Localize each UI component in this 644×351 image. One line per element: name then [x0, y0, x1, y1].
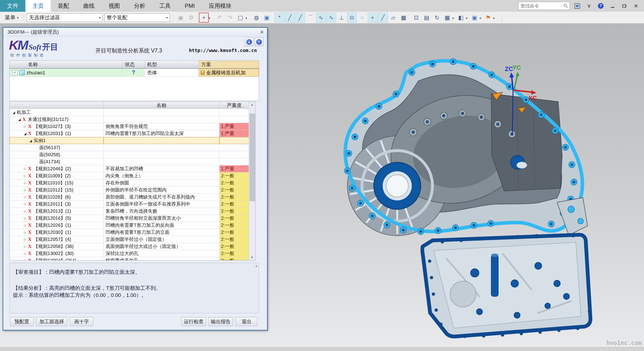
restore-button[interactable]: [620, 2, 628, 10]
rule-row[interactable]: ▷X【规则12046】(2)不容易加工的凹槽1:严重: [10, 165, 249, 172]
rule-row[interactable]: ◢机加工: [10, 109, 249, 116]
dropdown-arrow-icon[interactable]: ▾: [208, 16, 210, 20]
dropdown-arrow-icon[interactable]: ▾: [466, 16, 468, 20]
expand-icon[interactable]: ▷: [22, 125, 28, 128]
expand-icon[interactable]: ▷: [22, 252, 28, 255]
grid-tool-icon[interactable]: ▦: [398, 13, 408, 23]
arc-tool-icon[interactable]: ⌒: [306, 13, 316, 23]
studio-spline-icon[interactable]: ∿: [316, 13, 326, 23]
tab-分析[interactable]: 分析: [127, 0, 152, 12]
line-tool-icon[interactable]: ╱: [285, 13, 295, 23]
fit-curve-icon[interactable]: ∿: [326, 13, 336, 23]
expand-icon[interactable]: ▷: [22, 167, 28, 171]
expand-icon[interactable]: ▷: [22, 195, 28, 199]
tab-工具[interactable]: 工具: [152, 0, 178, 12]
redo-orient-icon[interactable]: ↷: [225, 13, 235, 23]
undo-orient-icon[interactable]: ↶: [215, 13, 225, 23]
scroll-down-icon[interactable]: ▼: [249, 254, 255, 260]
axis-tool-icon[interactable]: ⊥: [336, 13, 346, 23]
expand-icon[interactable]: ▷: [22, 223, 28, 227]
search-input[interactable]: [520, 3, 564, 9]
expand-icon[interactable]: ▷: [22, 174, 28, 178]
rule-row[interactable]: ▷X【规则11027】(3)倒角角度不符合规范1:严重: [10, 123, 249, 130]
rule-row[interactable]: ▷X【规则12057】(4)立面倒圆半径过小（固定值）2:一般: [10, 236, 249, 243]
cross-point-icon[interactable]: +: [368, 13, 378, 23]
expand-icon[interactable]: ▷: [22, 245, 28, 248]
expand-icon[interactable]: ▷: [22, 216, 28, 220]
part-row[interactable]: ✓ zhuzao1 ? 壳体 金属模铸造后机加: [10, 69, 259, 77]
rule-row[interactable]: ▷X【规则12026】(1)凹槽内有需要T形刀加工的反向面2:一般: [10, 222, 249, 229]
tab-曲线[interactable]: 曲线: [76, 0, 102, 12]
point-tool-icon[interactable]: *: [274, 13, 284, 23]
dialog-help-icon[interactable]: ?: [255, 38, 263, 46]
expand-icon[interactable]: ▷: [22, 188, 28, 192]
rule-row[interactable]: ▷X【规则13002】(30)深径比过大的孔2:一般: [10, 250, 249, 257]
select-rectangle-icon[interactable]: ▢▾: [236, 13, 246, 23]
selection-scope-dropdown[interactable]: 整个装配▾: [104, 14, 170, 22]
part-plan[interactable]: 金属模铸造后机加: [199, 69, 259, 77]
dropdown-arrow-icon[interactable]: ▾: [452, 16, 454, 20]
dropdown-arrow-icon[interactable]: ▾: [246, 16, 247, 20]
surface-tool-icon[interactable]: ▱: [388, 13, 398, 23]
tab-应用模块[interactable]: 应用模块: [202, 0, 238, 12]
inclined-line-icon[interactable]: ╱: [295, 13, 305, 23]
tab-装配[interactable]: 装配: [51, 0, 76, 12]
dropdown-arrow-icon[interactable]: ▾: [480, 16, 481, 20]
collapse-icon[interactable]: ▲: [245, 38, 253, 46]
expand-icon[interactable]: ▷: [22, 238, 28, 241]
collapse-icon[interactable]: ◢: [17, 118, 22, 121]
rule-row[interactable]: ▷X【规则12011】(3)立面各倒圆半径不一致或不在推荐系列中2:一般: [10, 201, 249, 208]
multi-view-icon[interactable]: ▦▾: [442, 13, 452, 23]
rule-row[interactable]: ▷X【规则11010】(15)存在外倒圆2:一般: [10, 179, 249, 187]
rule-row[interactable]: 面(56137): [10, 144, 249, 151]
fullscreen-icon[interactable]: [573, 2, 582, 10]
segment-tool-icon[interactable]: ╱: [378, 13, 388, 23]
shaded-datum-icon[interactable]: ◍: [252, 13, 261, 23]
output-report-button[interactable]: 输出报告: [208, 317, 233, 326]
zoom-window-icon[interactable]: ⊡: [411, 13, 421, 23]
collapse-icon[interactable]: ◢: [22, 132, 28, 136]
ellipse-tool-icon[interactable]: ◌: [357, 13, 367, 23]
scrollbar-thumb[interactable]: [250, 114, 255, 201]
pan-view-icon[interactable]: ▤: [422, 13, 432, 23]
circle-tool-icon[interactable]: ⊙: [347, 13, 357, 23]
dialog-close-icon[interactable]: ×: [257, 28, 267, 36]
rule-row[interactable]: ▷X【规则11009】(2)内尖角（倒角上）2:一般: [10, 172, 249, 179]
info-scroll-up-icon[interactable]: ▲: [255, 264, 258, 267]
shaded-style-icon[interactable]: ▣▾: [470, 13, 480, 23]
expand-icon[interactable]: ▷: [22, 259, 28, 260]
minimize-button[interactable]: [608, 2, 617, 10]
scroll-up-icon[interactable]: ▲: [249, 102, 255, 108]
tab-主页[interactable]: 主页: [26, 0, 51, 12]
rule-row[interactable]: 面(41734): [10, 158, 249, 165]
rule-row[interactable]: ▷X【规则11028】(6)肩部倒圆、退刀槽缺失或尺寸不在系列值内2:一般: [10, 194, 249, 201]
expand-icon[interactable]: ▷: [22, 202, 28, 206]
draw-cross-button[interactable]: 画十字: [70, 317, 93, 326]
section-view-icon[interactable]: ◧▾: [456, 13, 466, 23]
run-check-button[interactable]: 运行检查: [182, 317, 206, 326]
rule-row[interactable]: ▷X【规则12030】(1)凹槽内有需要T形刀加工的立面2:一般: [10, 229, 249, 236]
selection-filter-dropdown[interactable]: 无选择过滤器▾: [27, 14, 103, 22]
snap-point-icon[interactable]: +▾: [199, 13, 209, 23]
close-button[interactable]: ×: [632, 2, 640, 10]
collapse-icon[interactable]: ◢: [28, 139, 34, 143]
collapse-icon[interactable]: ◢: [11, 111, 17, 114]
rule-row[interactable]: 面(50258): [10, 151, 249, 158]
rule-row[interactable]: ◢X未通过规则(31/117): [10, 116, 249, 123]
part-checkbox[interactable]: ✓: [12, 70, 18, 75]
exit-button[interactable]: 退出: [236, 317, 257, 326]
rule-row[interactable]: ◢实例1: [10, 137, 249, 144]
tab-文件[interactable]: 文件: [0, 0, 26, 12]
expand-icon[interactable]: ▷: [22, 181, 28, 185]
menu-button[interactable]: 菜单▾: [2, 14, 21, 21]
tab-视图[interactable]: 视图: [102, 0, 127, 12]
expand-icon[interactable]: ▷: [22, 209, 28, 213]
rule-row[interactable]: ▷X【规则12016】(5)凹槽转角半径相对立面深度而言太小2:一般: [10, 215, 249, 222]
tab-PMI[interactable]: PMI: [178, 0, 202, 12]
command-search[interactable]: [518, 2, 570, 10]
rule-row[interactable]: ◢X【规则12031】(1)凹槽内需要T形刀加工的凹陷立面太深1:严重: [10, 130, 249, 137]
rotate-view-icon[interactable]: ↻: [432, 13, 442, 23]
dropdown-arrow-icon[interactable]: ▾: [493, 16, 495, 20]
preset-button[interactable]: 预配置: [10, 317, 34, 326]
rule-row[interactable]: ▷X【规则12013】(1)复杂凹槽，方向选择失败2:一般: [10, 208, 249, 215]
